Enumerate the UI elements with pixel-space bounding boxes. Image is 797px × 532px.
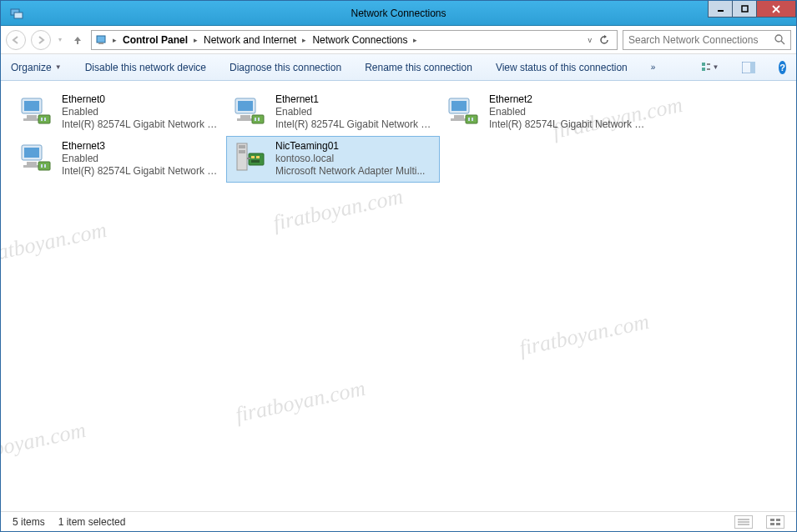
connection-name: Ethernet2 — [489, 93, 648, 106]
connection-device: Microsoft Network Adapter Multi... — [275, 165, 425, 178]
svg-rect-36 — [472, 118, 473, 121]
svg-rect-12 — [707, 63, 710, 65]
svg-rect-11 — [702, 68, 705, 71]
search-field[interactable] — [623, 30, 791, 50]
diagnose-button[interactable]: Diagnose this connection — [230, 62, 341, 73]
preview-pane-button[interactable] — [742, 60, 755, 75]
svg-rect-26 — [237, 118, 254, 121]
svg-rect-29 — [258, 118, 260, 121]
close-button[interactable] — [756, 1, 796, 18]
chevron-down-icon: ▼ — [55, 63, 62, 71]
svg-rect-13 — [707, 68, 710, 70]
back-button[interactable] — [6, 30, 26, 50]
nic-icon — [232, 93, 267, 128]
network-item-labels: NicTeaming01kontoso.localMicrosoft Netwo… — [275, 140, 425, 178]
app-icon — [8, 4, 26, 23]
svg-rect-6 — [97, 36, 105, 43]
connection-device: Intel(R) 82574L Gigabit Network C... — [489, 118, 648, 131]
svg-rect-25 — [240, 115, 250, 118]
more-commands-button[interactable]: » — [651, 63, 656, 72]
network-connection-item[interactable]: Ethernet3EnabledIntel(R) 82574L Gigabit … — [13, 136, 226, 183]
minimize-button[interactable] — [708, 1, 733, 18]
network-connection-item[interactable]: Ethernet1EnabledIntel(R) 82574L Gigabit … — [226, 89, 440, 136]
search-input[interactable] — [628, 34, 774, 46]
breadcrumb-mid[interactable]: Network and Internet — [202, 34, 298, 46]
svg-rect-18 — [27, 115, 37, 118]
titlebar: Network Connections — [1, 1, 796, 26]
connection-status: kontoso.local — [275, 153, 425, 165]
connection-name: Ethernet0 — [62, 93, 220, 106]
svg-rect-48 — [251, 156, 255, 158]
connection-name: Ethernet1 — [275, 93, 434, 106]
connection-status: Enabled — [62, 153, 220, 165]
up-button[interactable] — [69, 32, 86, 48]
search-icon[interactable] — [774, 34, 785, 45]
watermark: firatboyan.com — [0, 218, 109, 269]
svg-rect-38 — [24, 148, 39, 158]
svg-rect-10 — [702, 63, 705, 66]
watermark: firatboyan.com — [0, 418, 88, 469]
organize-menu[interactable]: Organize▼ — [11, 62, 62, 73]
details-view-toggle[interactable] — [734, 515, 753, 529]
svg-rect-50 — [251, 160, 260, 163]
content-area[interactable]: Ethernet0EnabledIntel(R) 82574L Gigabit … — [1, 81, 796, 511]
svg-rect-19 — [23, 118, 40, 121]
network-item-labels: Ethernet2EnabledIntel(R) 82574L Gigabit … — [489, 93, 648, 131]
disable-device-button[interactable]: Disable this network device — [85, 62, 206, 73]
connection-name: Ethernet3 — [62, 140, 220, 153]
chevron-right-icon: ▸ — [300, 36, 309, 44]
watermark: firatboyan.com — [271, 184, 406, 236]
change-view-button[interactable]: ▼ — [702, 60, 719, 75]
svg-rect-33 — [451, 118, 467, 121]
selection-count: 1 item selected — [58, 516, 126, 528]
svg-rect-45 — [239, 145, 245, 148]
svg-rect-39 — [27, 162, 37, 165]
svg-line-9 — [781, 41, 784, 44]
rename-button[interactable]: Rename this connection — [365, 62, 472, 73]
svg-rect-42 — [41, 164, 43, 168]
maximize-button[interactable] — [732, 1, 757, 18]
connection-status: Enabled — [275, 106, 434, 118]
watermark: firatboyan.com — [234, 376, 368, 428]
chevron-down-icon: ▼ — [712, 63, 719, 71]
refresh-button[interactable] — [598, 34, 610, 46]
svg-rect-28 — [255, 118, 256, 121]
svg-rect-40 — [23, 165, 40, 168]
item-count: 5 items — [13, 516, 45, 528]
dropdown-icon[interactable]: v — [588, 36, 593, 44]
nic-icon — [446, 93, 481, 128]
connection-device: Intel(R) 82574L Gigabit Network C... — [62, 118, 220, 131]
connection-device: Intel(R) 82574L Gigabit Network C... — [62, 165, 220, 178]
help-button[interactable]: ? — [779, 61, 786, 74]
svg-rect-47 — [249, 153, 264, 165]
chevron-right-icon: ▸ — [191, 36, 200, 44]
svg-rect-35 — [468, 118, 470, 121]
network-item-labels: Ethernet3EnabledIntel(R) 82574L Gigabit … — [62, 140, 220, 178]
breadcrumb-bar[interactable]: ▸ Control Panel ▸ Network and Internet ▸… — [91, 30, 618, 50]
breadcrumb-root[interactable]: Control Panel — [121, 34, 189, 46]
forward-button[interactable] — [31, 30, 51, 50]
items-grid: Ethernet0EnabledIntel(R) 82574L Gigabit … — [13, 89, 784, 183]
connection-device: Intel(R) 82574L Gigabit Network C... — [275, 118, 434, 131]
svg-rect-7 — [98, 43, 103, 44]
history-dropdown[interactable]: ▾ — [56, 30, 64, 50]
svg-rect-56 — [776, 519, 780, 521]
svg-rect-22 — [44, 118, 46, 121]
connection-status: Enabled — [489, 106, 648, 118]
svg-rect-58 — [776, 523, 780, 525]
connection-status: Enabled — [62, 106, 220, 118]
network-connection-item[interactable]: Ethernet2EnabledIntel(R) 82574L Gigabit … — [440, 89, 653, 136]
breadcrumb-leaf[interactable]: Network Connections — [310, 34, 409, 46]
svg-rect-55 — [770, 519, 774, 521]
icons-view-toggle[interactable] — [766, 515, 784, 529]
network-connection-item[interactable]: NicTeaming01kontoso.localMicrosoft Netwo… — [226, 136, 440, 183]
svg-rect-46 — [239, 150, 245, 153]
window-title: Network Connections — [351, 8, 446, 19]
network-connection-item[interactable]: Ethernet0EnabledIntel(R) 82574L Gigabit … — [13, 89, 226, 136]
control-panel-icon — [95, 33, 108, 47]
svg-rect-57 — [770, 523, 774, 525]
nic-icon — [18, 93, 53, 128]
svg-rect-43 — [44, 164, 46, 168]
svg-rect-49 — [256, 156, 260, 158]
view-status-button[interactable]: View status of this connection — [496, 62, 628, 73]
